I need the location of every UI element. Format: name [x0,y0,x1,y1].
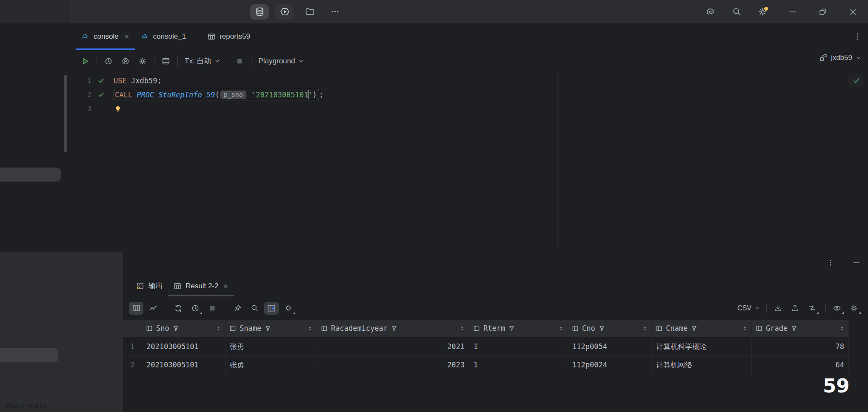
stop-result-button[interactable] [205,302,220,315]
open-project-button[interactable] [300,4,319,20]
mysql-icon [81,32,90,41]
left-panel-selected-item[interactable] [0,168,61,182]
table-row: 2202103005101张勇20231112p0024计算机网络64 [123,356,849,374]
cell-color-button[interactable] [281,302,296,315]
tab-output[interactable]: 输出 [131,276,168,296]
tab-console[interactable]: console [76,23,135,50]
code-line-3[interactable]: 3 [70,102,868,116]
more-tool-windows-button[interactable] [326,4,344,20]
close-tab-icon[interactable] [222,283,229,290]
run-profile-dropdown[interactable]: Playground [257,57,306,65]
cell-cname[interactable]: 计算机科学概论 [652,338,752,356]
cell-racademicyear[interactable]: 2023 [317,356,469,374]
filter-funnel-icon [172,325,180,332]
intention-bulb-icon[interactable] [114,104,122,114]
cell-grade[interactable]: 64 [752,356,849,374]
tab-console-1[interactable]: console_1 [135,23,191,50]
grid-view-button[interactable] [129,302,143,315]
filter-funnel-icon [791,325,798,332]
column-header-sno[interactable]: Sno [142,320,226,337]
upload-icon [791,304,799,313]
cell-grade[interactable]: 78 [752,338,849,356]
corner-watermark: @azurekiln [6,401,46,409]
column-header-racademicyear[interactable]: Racademicyear [317,320,469,337]
cell-rterm[interactable]: 1 [469,338,568,356]
code-editor[interactable]: 1 USE Jxdb59; 2 CALL PROC_StuRepInfo_59(… [70,71,868,252]
cell-racademicyear[interactable]: 2021 [317,338,469,356]
left-tool-panel [0,23,71,252]
close-window-button[interactable] [848,6,859,17]
database-tool-button[interactable] [250,4,269,20]
cell-sname[interactable]: 张勇 [226,356,317,374]
restore-window-button[interactable] [817,6,828,17]
settings-button[interactable] [757,6,768,17]
left-panel-scrollbar[interactable] [64,75,67,152]
export-data-button[interactable] [771,302,785,315]
stop-button[interactable] [233,55,246,67]
tab-options-kebab-icon[interactable] [853,32,862,41]
filter-funnel-icon [691,325,698,332]
code-lines: 1 USE Jxdb59; 2 CALL PROC_StuRepInfo_59(… [70,74,868,116]
ai-assistant-button[interactable] [705,6,716,17]
application-window: @azurekiln console console_1 [0,0,868,412]
minimize-window-button[interactable] [787,6,798,17]
executed-statement-box: CALL PROC_StuRepInfo_59(p_sno '202103005… [114,89,319,100]
column-header-grade[interactable]: Grade [752,320,849,337]
export-format-dropdown[interactable]: CSV [736,304,762,312]
cell-sno[interactable]: 202103005101 [142,338,226,356]
cell-cname[interactable]: 计算机网络 [652,356,752,374]
filter-funnel-icon [598,325,605,332]
title-bar [0,0,868,24]
column-header-cname[interactable]: Cname [652,320,752,337]
in-editor-results-toggle[interactable] [160,55,172,67]
console-settings-button[interactable] [136,55,149,67]
panel-layout-icon [161,57,171,66]
code-line-1[interactable]: 1 USE Jxdb59; [70,74,868,88]
database-name-label: jxdb59 [831,54,852,62]
scheduled-refresh-button[interactable] [188,302,203,315]
run-button[interactable] [79,55,91,67]
code-line-2[interactable]: 2 CALL PROC_StuRepInfo_59(p_sno '2021030… [70,88,868,102]
search-everywhere-button[interactable] [731,6,742,17]
tab-reports59[interactable]: reports59 [202,23,255,50]
result-toolbar: CSV [123,296,868,320]
bottom-left-selected-item[interactable] [0,348,58,362]
active-tab-indicator [168,295,234,296]
table-icon [207,32,216,41]
database-switcher-dropdown[interactable]: jxdb59 [819,47,862,68]
run-configuration-button[interactable] [275,4,294,20]
cell-cno[interactable]: 112p0024 [568,356,652,374]
tool-window-header [123,252,868,276]
grid-settings-button[interactable] [847,302,861,315]
circled-p-icon [121,57,130,66]
hide-tool-window-icon[interactable] [852,258,861,267]
cell-sname[interactable]: 张勇 [226,338,317,356]
line-number: 1 [76,77,91,85]
cell-sno[interactable]: 202103005101 [142,356,226,374]
row-number: 1 [123,338,142,356]
tool-window-options-kebab-icon[interactable] [826,259,835,267]
tab-result-2-2[interactable]: Result 2-2 [168,276,234,296]
column-header-sname[interactable]: Sname [226,320,317,337]
run-play-icon [80,57,90,66]
toolbar-separator [97,57,97,66]
import-data-button[interactable] [788,302,802,315]
view-options-button[interactable] [830,302,844,315]
pin-icon [233,304,242,313]
transaction-mode-dropdown[interactable]: Tx: 自动 [183,56,223,66]
find-in-grid-button[interactable] [247,302,262,315]
column-header-rterm[interactable]: Rterm [469,320,568,337]
close-tab-icon[interactable] [123,33,130,40]
editor-area: console console_1 reports59 [70,23,868,252]
cell-cno[interactable]: 112p0054 [568,338,652,356]
compare-data-button[interactable] [805,302,819,315]
refresh-button[interactable] [171,302,186,315]
table-row: 1202103005101张勇20211112p0054计算机科学概论78 [123,338,849,356]
execution-plan-button[interactable] [119,55,132,67]
query-history-button[interactable] [102,55,115,67]
pin-tab-button[interactable] [230,302,245,315]
chart-view-button[interactable] [146,302,160,315]
column-header-cno[interactable]: Cno [568,320,652,337]
filter-panel-button[interactable] [264,302,279,315]
cell-rterm[interactable]: 1 [469,356,568,374]
